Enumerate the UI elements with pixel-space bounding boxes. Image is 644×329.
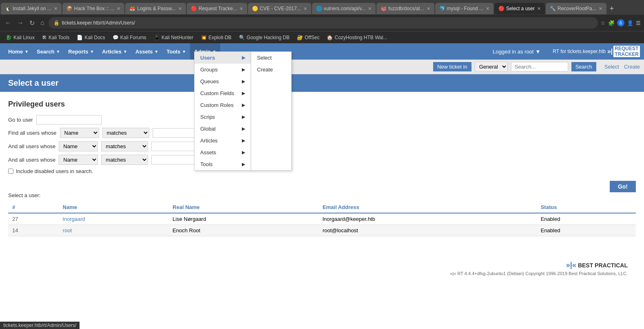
nav-search-arrow: ▼ bbox=[56, 49, 60, 54]
nav-articles[interactable]: Articles ▼ bbox=[98, 43, 131, 60]
nav-articles-arrow: ▼ bbox=[123, 49, 127, 54]
tab-8[interactable]: 🐬 mysql - Found ... ✕ bbox=[435, 3, 494, 14]
user-status-lnorgaard: Enabled bbox=[537, 213, 636, 225]
footer-logo-arrows: »|« bbox=[566, 261, 576, 269]
find-row-1-field-select[interactable]: Name Email RealName bbox=[60, 128, 99, 138]
find-row-3-match-select[interactable]: matches doesn't match is isn't bbox=[101, 155, 148, 165]
create-link[interactable]: Create bbox=[624, 64, 640, 70]
include-disabled-row: Include disabled users in search. bbox=[8, 168, 636, 174]
address-bar[interactable]: 🔒 tickets.keeper.htb/rt/Admin/Users/ bbox=[49, 17, 598, 29]
user-name-root[interactable]: root bbox=[59, 225, 168, 236]
admin-menu-assets[interactable]: Assets ▶ bbox=[195, 147, 251, 158]
bookmark-exploit-db[interactable]: 💥 Exploit-DB bbox=[198, 34, 234, 41]
find-row-2-match-select[interactable]: matches doesn't match is isn't bbox=[101, 141, 148, 151]
nav-reports[interactable]: Reports ▼ bbox=[64, 43, 98, 60]
extensions-icon[interactable]: 🧩 bbox=[608, 20, 615, 26]
search-input[interactable] bbox=[511, 62, 568, 71]
goto-user-input[interactable] bbox=[36, 115, 102, 124]
tab-3[interactable]: 🦊 Logins & Passw... ✕ bbox=[125, 3, 186, 14]
tab-close-7[interactable]: ✕ bbox=[427, 6, 430, 11]
tab-close-1[interactable]: ✕ bbox=[54, 6, 58, 11]
admin-menu-custom-fields[interactable]: Custom Fields ▶ bbox=[195, 87, 251, 99]
user-name-lnorgaard[interactable]: lnorgaard bbox=[59, 213, 168, 225]
nav-tools[interactable]: Tools ▼ bbox=[163, 43, 190, 60]
tab-5[interactable]: 🟡 CVE - CVE-2017... ✕ bbox=[248, 3, 311, 14]
new-ticket-button[interactable]: New ticket in bbox=[433, 62, 471, 71]
logged-in-indicator[interactable]: Logged in as root ▼ bbox=[493, 49, 540, 55]
tab-close-9[interactable]: ✕ bbox=[537, 6, 541, 11]
user-name-link-lnorgaard[interactable]: lnorgaard bbox=[63, 216, 85, 222]
submenu-create[interactable]: Create bbox=[251, 64, 291, 76]
bookmark-star-icon[interactable]: ☆ bbox=[600, 20, 606, 26]
nav-assets-label: Assets bbox=[135, 49, 153, 55]
find-row-1-match-select[interactable]: matches doesn't match is isn't bbox=[102, 128, 149, 138]
admin-menu-tools[interactable]: Tools ▶ bbox=[195, 158, 251, 170]
nav-assets[interactable]: Assets ▼ bbox=[131, 43, 163, 60]
tab-10[interactable]: 🔧 RecoverRootPa... ✕ bbox=[546, 3, 606, 14]
new-tab-button[interactable]: + bbox=[606, 4, 617, 13]
tab-2[interactable]: 📦 Hack The Box :: ... ✕ bbox=[62, 3, 124, 14]
user-name-link-root[interactable]: root bbox=[63, 227, 72, 233]
reload-button[interactable]: ↻ bbox=[28, 18, 36, 28]
rt-topnav-right: Logged in as root ▼ RT for tickets.keepe… bbox=[493, 46, 640, 57]
bookmark-offsec[interactable]: 🔐 OffSec bbox=[294, 34, 322, 41]
tab-4[interactable]: 🔴 Request Tracke... ✕ bbox=[187, 3, 247, 14]
admin-menu-articles[interactable]: Articles ▶ bbox=[195, 135, 251, 147]
bookmark-kali-nethunter[interactable]: 📱 Kali NetHunter bbox=[151, 34, 196, 41]
bookmark-kali-forums[interactable]: 💬 Kali Forums bbox=[110, 34, 149, 41]
address-text: tickets.keeper.htb/rt/Admin/Users/ bbox=[62, 20, 135, 26]
bookmark-kali-tools[interactable]: 🛠 Kali Tools bbox=[40, 34, 72, 41]
nav-home[interactable]: Home ▼ bbox=[4, 43, 33, 60]
bookmark-kali-forums-label: Kali Forums bbox=[120, 35, 146, 40]
admin-menu-custom-roles[interactable]: Custom Roles ▶ bbox=[195, 99, 251, 111]
tab-7[interactable]: 🐙 fuzzdb/docs/at... ✕ bbox=[376, 3, 434, 14]
search-button[interactable]: Search bbox=[571, 62, 596, 71]
submenu-select[interactable]: Select bbox=[251, 52, 291, 64]
user-status-root: Enabled bbox=[537, 225, 636, 236]
tab-close-8[interactable]: ✕ bbox=[486, 6, 489, 11]
admin-menu-tools-arrow: ▶ bbox=[242, 162, 245, 167]
tab-1[interactable]: 🐧 Install Jekyll on ... ✕ bbox=[1, 3, 62, 14]
admin-menu-groups[interactable]: Groups ▶ bbox=[195, 64, 251, 76]
bookmark-kali-docs[interactable]: 📄 Kali Docs bbox=[74, 34, 108, 41]
go-button[interactable]: Go! bbox=[610, 181, 636, 192]
back-button[interactable]: ← bbox=[3, 18, 13, 27]
bookmark-exploit-db-label: Exploit-DB bbox=[208, 35, 232, 40]
user-id-27: 27 bbox=[8, 213, 59, 225]
tab-favicon-1: 🐧 bbox=[5, 6, 11, 11]
nav-search[interactable]: Search ▼ bbox=[33, 43, 64, 60]
tab-close-3[interactable]: ✕ bbox=[178, 6, 182, 11]
tab-6[interactable]: 🌐 vulners.com/api/v... ✕ bbox=[312, 3, 376, 14]
find-row-3-field-select[interactable]: Name Email RealName bbox=[59, 155, 98, 165]
bookmark-kali-linux-label: Kali Linux bbox=[13, 35, 35, 40]
tab-title-4: Request Tracke... bbox=[199, 6, 237, 11]
bookmark-kali-linux[interactable]: 🐉 Kali Linux bbox=[3, 34, 37, 41]
admin-menu-groups-label: Groups bbox=[200, 67, 218, 73]
admin-menu-scrips[interactable]: Scrips ▶ bbox=[195, 111, 251, 123]
goto-user-label: Go to user bbox=[8, 117, 33, 123]
tab-close-4[interactable]: ✕ bbox=[239, 6, 243, 11]
find-row-2-field-select[interactable]: Name Email RealName bbox=[59, 141, 98, 151]
menu-icon[interactable]: ☰ bbox=[636, 20, 641, 26]
tab-close-5[interactable]: ✕ bbox=[303, 6, 307, 11]
home-button[interactable]: ⌂ bbox=[39, 18, 46, 27]
main-content: Privileged users Go to user Find all use… bbox=[0, 92, 644, 292]
goto-user-row: Go to user bbox=[8, 115, 636, 124]
tab-close-10[interactable]: ✕ bbox=[599, 6, 602, 11]
admin-menu-global[interactable]: Global ▶ bbox=[195, 123, 251, 135]
bookmark-cozyhosting[interactable]: 🏠 CozyHosting HTB Wal... bbox=[324, 34, 389, 41]
admin-menu-queues[interactable]: Queues ▶ bbox=[195, 76, 251, 87]
admin-menu-assets-label: Assets bbox=[200, 149, 216, 156]
admin-menu-users[interactable]: Users ▶ bbox=[195, 52, 251, 64]
include-disabled-checkbox[interactable] bbox=[8, 169, 13, 174]
bookmark-google-hacking-db[interactable]: 🔍 Google Hacking DB bbox=[237, 34, 292, 41]
forward-button[interactable]: → bbox=[15, 18, 25, 27]
tab-title-9: Select a user bbox=[506, 6, 535, 11]
tab-close-2[interactable]: ✕ bbox=[117, 6, 120, 11]
profile-icon[interactable]: 👤 bbox=[627, 20, 633, 26]
tab-9[interactable]: 🔴 Select a user ✕ bbox=[494, 3, 545, 14]
tab-close-6[interactable]: ✕ bbox=[368, 6, 372, 11]
queue-select[interactable]: General bbox=[475, 62, 508, 72]
bookmark-offsec-label: OffSec bbox=[305, 35, 319, 40]
select-link[interactable]: Select bbox=[604, 64, 619, 70]
